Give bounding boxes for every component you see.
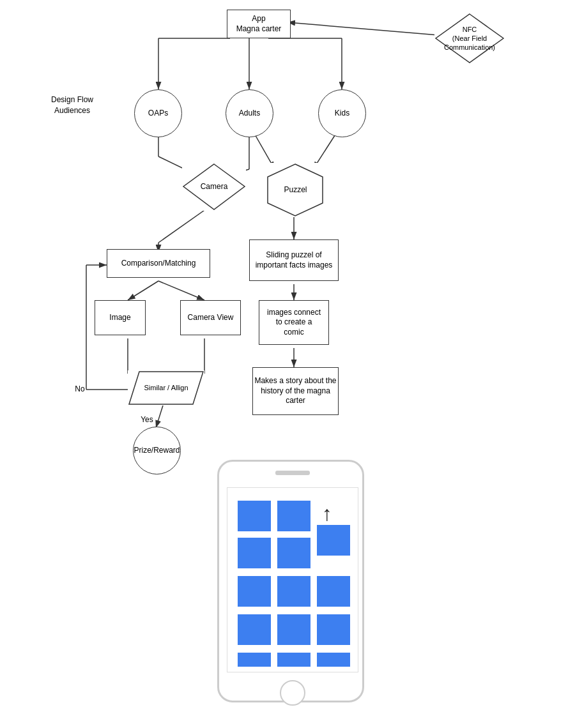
puzzle-tile-r1c1 xyxy=(236,499,272,533)
svg-line-16 xyxy=(158,281,204,300)
makes-story-node: Makes a story about the history of the m… xyxy=(252,367,339,415)
camera-node: Camera xyxy=(182,163,246,211)
phone-home-button[interactable] xyxy=(280,680,305,706)
camera-view-node: Camera View xyxy=(180,300,241,335)
prize-node: Prize/Reward xyxy=(133,427,181,474)
phone-mockup: ↑ xyxy=(217,460,364,702)
kids-node: Kids xyxy=(318,89,366,137)
puzzle-tile-r3c2 xyxy=(276,575,312,608)
puzzle-tile-r5c2 xyxy=(276,651,312,668)
up-arrow-icon: ↑ xyxy=(322,502,332,526)
oaps-node: OAPs xyxy=(134,89,182,137)
app-node: AppMagna carter xyxy=(227,10,291,38)
phone-screen: ↑ xyxy=(227,487,358,672)
image-node: Image xyxy=(95,300,146,335)
svg-line-15 xyxy=(128,281,158,300)
comparison-node: Comparison/Matching xyxy=(107,249,210,278)
sliding-puzzel-node: Sliding puzzel of important facts images xyxy=(249,239,339,281)
diagram: Design FlowAudiences AppMagna carter NFC… xyxy=(0,0,575,728)
svg-line-6 xyxy=(288,22,438,35)
puzzle-tile-r2c2 xyxy=(276,536,312,570)
puzzle-tile-r5c1 xyxy=(236,651,272,668)
no-label: No xyxy=(70,383,89,396)
nfc-node: NFC(Near FieldCommunication) xyxy=(434,13,505,64)
puzzle-tile-r3c3 xyxy=(316,575,351,608)
puzzle-tile-r4c2 xyxy=(276,613,312,646)
phone-speaker xyxy=(275,471,310,475)
yes-label: Yes xyxy=(137,414,157,427)
adults-node: Adults xyxy=(226,89,273,137)
svg-line-24 xyxy=(156,406,163,428)
similar-node: Similar / Allign xyxy=(128,370,204,406)
puzzle-tile-r2c3-moving xyxy=(316,524,351,557)
puzzle-tile-r3c1 xyxy=(236,575,272,608)
puzzel-node: Puzzel xyxy=(265,163,326,217)
puzzle-tile-r1c2 xyxy=(276,499,312,533)
puzzle-tile-r5c3 xyxy=(316,651,351,668)
puzzle-tile-r2c1 xyxy=(236,536,272,570)
images-connect-node: images connectto create acomic xyxy=(259,300,329,345)
puzzle-tile-r4c3 xyxy=(316,613,351,646)
puzzle-tile-r4c1 xyxy=(236,613,272,646)
design-flow-label: Design FlowAudiences xyxy=(43,95,101,116)
